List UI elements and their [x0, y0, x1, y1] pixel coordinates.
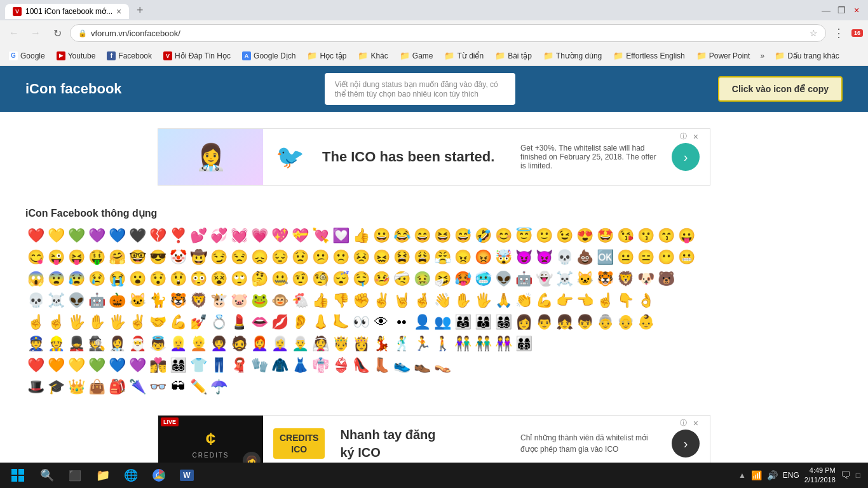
start-button[interactable]	[3, 463, 33, 488]
bookmark-hoc-tap[interactable]: 📁 Học tập	[302, 49, 351, 62]
emoji-heart4[interactable]: 💚	[86, 355, 107, 376]
emoji-nerd[interactable]: 🤓	[127, 247, 147, 268]
emoji-sweat-smile[interactable]: 😅	[452, 226, 473, 246]
emoji-robot[interactable]: 🤖	[513, 269, 534, 289]
emoji-lion[interactable]: 🦁	[615, 269, 635, 289]
emoji-sparkling-heart[interactable]: 💖	[269, 226, 290, 246]
emoji-dog[interactable]: 🐶	[635, 269, 656, 289]
emoji-gift-heart[interactable]: 💝	[290, 226, 310, 246]
emoji-raised-fist[interactable]: ✌️	[371, 290, 391, 311]
emoji-man-bald[interactable]: 🧔	[229, 334, 249, 354]
emoji-hugging[interactable]: 🤗	[107, 247, 127, 268]
emoji-wink[interactable]: 😉	[554, 226, 574, 246]
emoji-lol[interactable]: 🤣	[473, 226, 493, 246]
emoji-nose[interactable]: 👃	[310, 312, 330, 332]
emoji-slightly-frown[interactable]: 🙁	[330, 247, 351, 268]
emoji-sleeping[interactable]: 😴	[330, 269, 351, 289]
notification-badge[interactable]: 16	[851, 29, 863, 37]
emoji-glasses[interactable]: 👓	[147, 377, 168, 397]
emoji-exploding[interactable]: 🤯	[493, 247, 513, 268]
show-hidden-icons-btn[interactable]: ▲	[738, 471, 746, 480]
emoji-man-blond[interactable]: 👱	[188, 334, 208, 354]
emoji-nail-polish[interactable]: 💅	[188, 312, 208, 332]
emoji-skull2[interactable]: ☠️	[554, 269, 574, 289]
emoji-grin[interactable]: 😀	[371, 226, 391, 246]
emoji-tiger[interactable]: 🐯	[595, 269, 615, 289]
ad-close-bottom-btn[interactable]: ×	[693, 418, 698, 428]
emoji-family1[interactable]: 👨‍👩‍👧	[452, 312, 473, 332]
emoji-bear[interactable]: 🐻	[656, 269, 676, 289]
emoji-open-mouth[interactable]: 😮	[127, 269, 147, 289]
emoji-unamused[interactable]: 😒	[229, 247, 249, 268]
emoji-heart-deco[interactable]: 💟	[330, 226, 351, 246]
lang-label[interactable]: ENG	[783, 471, 799, 480]
emoji-loafer[interactable]: 👞	[412, 355, 432, 376]
emoji-santa[interactable]: 🎅	[127, 334, 147, 354]
emoji-coat[interactable]: 🧥	[269, 355, 290, 376]
taskbar-edge-btn[interactable]: 🌐	[117, 463, 145, 488]
emoji-woman[interactable]: 👩	[513, 312, 534, 332]
emoji-sunglasses2[interactable]: 🕶	[168, 377, 188, 397]
emoji-heart2[interactable]: 🧡	[46, 355, 66, 376]
emoji-man-white[interactable]: 👨‍🦳	[290, 334, 310, 354]
bookmark-facebook[interactable]: f Facebook	[102, 50, 157, 62]
bookmark-khac[interactable]: 📁 Khác	[353, 49, 393, 62]
emoji-cat3[interactable]: 🐯	[168, 290, 188, 311]
emoji-point-right[interactable]: 👉	[554, 290, 574, 311]
emoji-couple2[interactable]: 👬	[473, 334, 493, 354]
emoji-eye[interactable]: 👀	[351, 312, 371, 332]
menu-btn[interactable]: ⋮	[830, 24, 848, 42]
emoji-pumpkin[interactable]: 🎃	[107, 290, 127, 311]
emoji-alien2[interactable]: 👽	[66, 290, 86, 311]
emoji-angry[interactable]: 😤	[432, 247, 452, 268]
emoji-heart-eyes[interactable]: 😍	[574, 226, 595, 246]
emoji-astonished[interactable]: 😲	[168, 269, 188, 289]
emoji-person2[interactable]: 👷	[46, 334, 66, 354]
emoji-confused[interactable]: 😕	[310, 247, 330, 268]
emoji-heels[interactable]: 👠	[351, 355, 371, 376]
bookmark-tu-dien[interactable]: 📁 Từ điển	[439, 49, 489, 62]
emoji-cold-sweat[interactable]: 😰	[66, 269, 86, 289]
emoji-smirk[interactable]: 😏	[208, 247, 229, 268]
emoji-drool[interactable]: 🤤	[351, 269, 371, 289]
emoji-heart6[interactable]: 💜	[127, 355, 147, 376]
taskbar-file-explorer-btn[interactable]: 📁	[89, 463, 117, 488]
emoji-monkey[interactable]: 🐵	[269, 290, 290, 311]
emoji-kimono[interactable]: 👘	[310, 355, 330, 376]
bookmark-powerpoint[interactable]: 📁 Power Point	[691, 49, 756, 62]
emoji-joy[interactable]: 😂	[391, 226, 412, 246]
emoji-heart-row[interactable]: ❤️	[25, 355, 46, 376]
emoji-heart-red[interactable]: ❤️	[25, 226, 46, 246]
emoji-heart-purple[interactable]: 💜	[86, 226, 107, 246]
emoji-older-man[interactable]: 👴	[615, 312, 635, 332]
emoji-nausea[interactable]: 🤢	[412, 269, 432, 289]
emoji-family5[interactable]: 👨‍👩‍👧‍👦	[168, 355, 188, 376]
emoji-family2[interactable]: 👨‍👩‍👦	[473, 312, 493, 332]
browser-tab[interactable]: V 1001 iCon facebook mớ... ×	[5, 4, 129, 19]
emoji-smile[interactable]: 😄	[412, 226, 432, 246]
emoji-dot-dot[interactable]: ••	[391, 312, 412, 332]
emoji-worried[interactable]: 😟	[290, 247, 310, 268]
emoji-frog[interactable]: 🐸	[249, 290, 269, 311]
emoji-eye2[interactable]: 👁	[371, 312, 391, 332]
emoji-cat4[interactable]: 🦁	[188, 290, 208, 311]
emoji-gradhat[interactable]: 🎓	[46, 377, 66, 397]
emoji-chicken[interactable]: 🐔	[290, 290, 310, 311]
emoji-crossed-fingers[interactable]: 🤞	[412, 290, 432, 311]
show-desktop-btn[interactable]: □	[856, 471, 860, 480]
emoji-umbrella[interactable]: 🌂	[127, 377, 147, 397]
emoji-couple-kiss[interactable]: 👩‍❤️‍💋‍👨	[147, 355, 168, 376]
emoji-persevere[interactable]: 😣	[351, 247, 371, 268]
emoji-heart5[interactable]: 💙	[107, 355, 127, 376]
taskbar-task-view-btn[interactable]: ⬛	[61, 463, 89, 488]
emoji-handbag[interactable]: 👜	[86, 377, 107, 397]
emoji-five[interactable]: ✋	[86, 312, 107, 332]
emoji-woman-red[interactable]: 👩‍🦰	[249, 334, 269, 354]
emoji-rolling-eyes[interactable]: 🙄	[229, 269, 249, 289]
emoji-point-down[interactable]: 👇	[615, 290, 635, 311]
emoji-couple3[interactable]: 👭	[493, 334, 513, 354]
refresh-btn[interactable]: ↻	[48, 24, 66, 42]
emoji-ghost[interactable]: 👻	[534, 269, 554, 289]
emoji-sunglasses[interactable]: 😎	[147, 247, 168, 268]
emoji-heart-excl[interactable]: ❣️	[168, 226, 188, 246]
